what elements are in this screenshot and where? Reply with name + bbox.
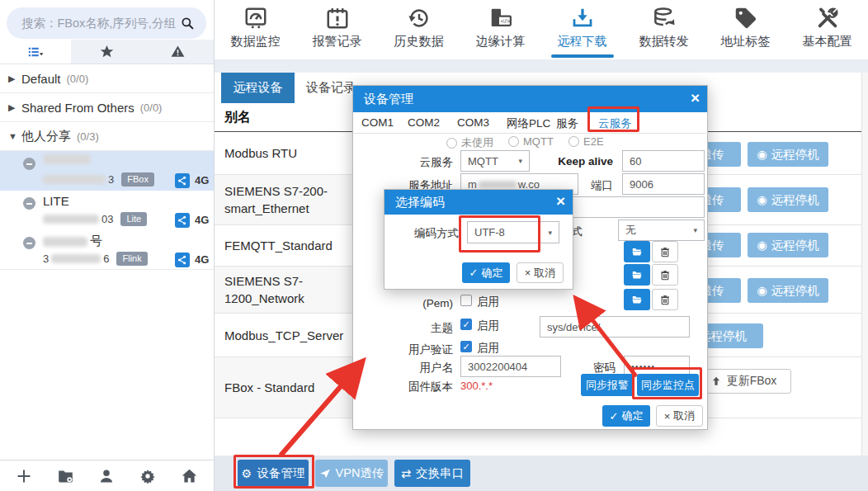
tab-alarms[interactable]: [143, 40, 214, 64]
history-clock-icon: [407, 6, 432, 31]
device-item[interactable]: LITE 03 Lite 4G: [0, 191, 214, 230]
delete-trash-button[interactable]: [652, 289, 678, 310]
port-input[interactable]: 9006: [622, 173, 705, 195]
sync-points-button[interactable]: 同步监控点: [637, 374, 699, 396]
radio-icon: [568, 136, 579, 147]
close-icon[interactable]: ×: [691, 89, 700, 107]
chevron-right-icon[interactable]: ▶: [8, 102, 21, 113]
remote-stop-button[interactable]: ◉远程停机: [748, 142, 828, 167]
settings-gear-icon[interactable]: [139, 468, 156, 484]
tab-com3[interactable]: COM3: [457, 116, 489, 129]
svg-text:</>: </>: [500, 17, 510, 25]
sidebar-group-others-share[interactable]: ▼ 他人分享 (0/3): [0, 122, 214, 151]
tab-com1[interactable]: COM1: [361, 116, 394, 129]
device-manage-button[interactable]: ⚙ 设备管理: [238, 460, 309, 487]
radio-mqtt[interactable]: MQTT: [508, 135, 554, 148]
search-icon[interactable]: [180, 16, 195, 31]
chevron-down-icon[interactable]: ▼: [8, 131, 21, 141]
open-folder-button[interactable]: [624, 264, 650, 286]
enable-label: 启用: [477, 341, 499, 356]
device-item[interactable]: 号 3 6 Flink 4G: [0, 230, 214, 270]
folder-manage-icon[interactable]: [57, 467, 74, 484]
share-icon[interactable]: [175, 213, 190, 228]
alias-cell[interactable]: FEMQTT_Standard: [224, 225, 358, 266]
remote-stop-button[interactable]: ◉远程停机: [748, 278, 828, 303]
sidebar-group-shared[interactable]: ▶ Shared From Others (0/0): [0, 93, 214, 122]
chevron-right-icon[interactable]: ▶: [8, 73, 21, 84]
cancel-button[interactable]: ×取消: [517, 262, 564, 283]
delete-trash-button[interactable]: [652, 264, 678, 286]
tab-network-plc[interactable]: 网络PLC: [507, 116, 550, 131]
swap-serial-button[interactable]: ⇄ 交换串口: [394, 460, 470, 487]
topic-input[interactable]: sys/device/: [540, 316, 690, 338]
tab-remote-devices[interactable]: 远程设备: [221, 73, 295, 103]
cancel-button[interactable]: ×取消: [656, 405, 703, 427]
keep-alive-input[interactable]: 60: [622, 150, 705, 172]
sidebar-group-default[interactable]: ▶ Default (0/0): [0, 64, 214, 93]
scrollbar-track[interactable]: [861, 73, 868, 456]
alias-cell[interactable]: Modbus RTU: [224, 132, 358, 174]
minus-circle-icon[interactable]: [23, 197, 35, 210]
user-icon[interactable]: [98, 468, 115, 484]
toolbar-item-history-data[interactable]: 历史数据: [378, 0, 460, 59]
mode-select[interactable]: 无▾: [618, 220, 705, 241]
device-item[interactable]: 3 FBox 4G: [0, 151, 214, 191]
database-forward-icon: [652, 6, 677, 31]
radio-unused[interactable]: 未使用: [446, 135, 493, 150]
share-icon[interactable]: [175, 253, 190, 267]
open-folder-button[interactable]: [624, 241, 650, 262]
sync-alarm-button[interactable]: 同步报警: [581, 374, 634, 396]
username-label: 用户名: [353, 361, 453, 375]
ok-button[interactable]: ✓确定: [462, 262, 510, 283]
toolbar-item-basic-config[interactable]: 基本配置: [786, 0, 868, 59]
toolbar-label: 报警记录: [313, 34, 362, 50]
open-folder-button[interactable]: [624, 289, 650, 310]
list-icon: [26, 45, 45, 59]
toolbar-item-edge-computing[interactable]: </> 边缘计算: [460, 0, 541, 59]
toolbar-item-address-tags[interactable]: 地址标签: [705, 0, 786, 59]
device-type-badge: Lite: [120, 212, 147, 226]
remote-stop-button[interactable]: ◉远程停机: [748, 187, 828, 212]
radio-e2e[interactable]: E2E: [568, 135, 604, 148]
stop-circle-icon: ◉: [757, 193, 767, 206]
redacted-serial: [43, 175, 106, 184]
toolbar-item-data-monitor[interactable]: 数据监控: [215, 0, 296, 59]
dialog-title: 设备管理: [364, 92, 413, 107]
toolbar-label: 地址标签: [721, 34, 771, 50]
remote-stop-button[interactable]: ◉远程停机: [748, 233, 828, 257]
tab-com2[interactable]: COM2: [408, 116, 440, 129]
warning-icon: [170, 44, 186, 59]
close-icon[interactable]: ×: [556, 192, 565, 210]
encoding-select[interactable]: UTF-8▾: [467, 221, 559, 243]
topic-enable-checkbox[interactable]: ✓: [460, 319, 472, 330]
toolbar-item-remote-download[interactable]: 远程下载: [541, 0, 623, 59]
search-input[interactable]: 搜索：FBox名称,序列号,分组: [7, 7, 206, 39]
home-icon[interactable]: [181, 467, 198, 484]
serial-tail: 3: [108, 173, 114, 186]
tab-cloud-service[interactable]: 云服务: [598, 116, 632, 131]
close-icon: ×: [664, 410, 671, 423]
ok-button[interactable]: ✓确定: [602, 405, 650, 427]
user-auth-checkbox[interactable]: ✓: [460, 341, 472, 352]
alias-cell[interactable]: Modbus_TCP_Server: [224, 314, 358, 356]
minus-circle-icon[interactable]: [23, 237, 35, 249]
tab-service[interactable]: 服务: [556, 116, 578, 131]
delete-trash-button[interactable]: [652, 241, 678, 262]
network-label: 4G: [195, 214, 209, 226]
minus-circle-icon[interactable]: [23, 158, 35, 170]
alias-cell[interactable]: SIEMENS S7-1200_Network: [224, 267, 358, 313]
vpn-passthrough-button[interactable]: VPN透传: [315, 460, 388, 487]
update-fbox-button[interactable]: 更新FBox: [696, 369, 791, 394]
share-icon[interactable]: [175, 173, 190, 188]
alias-cell[interactable]: SIEMENS S7-200-smart_Ethernet: [224, 175, 358, 224]
tab-favorites[interactable]: [71, 40, 142, 64]
add-icon[interactable]: [16, 468, 32, 484]
alias-cell[interactable]: FBox - Standard: [224, 357, 358, 418]
tab-list-view[interactable]: [0, 40, 71, 64]
username-input[interactable]: 3002200404: [460, 356, 561, 377]
pem-enable-checkbox[interactable]: [460, 295, 472, 306]
toolbar-item-data-forward[interactable]: 数据转发: [623, 0, 705, 59]
serial-tail: 03: [101, 213, 113, 225]
group-label: Default: [21, 72, 61, 86]
toolbar-item-alarm-records[interactable]: 报警记录: [296, 0, 378, 59]
